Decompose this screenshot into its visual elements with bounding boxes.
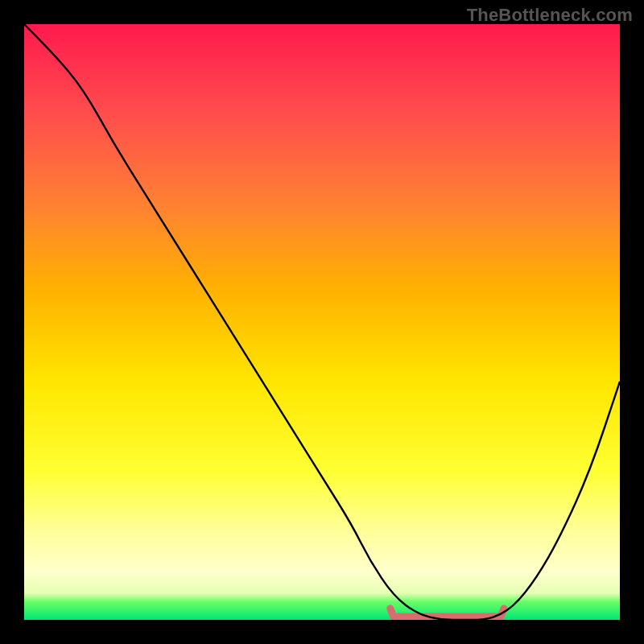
plot-area	[24, 24, 620, 620]
curve-svg	[24, 24, 620, 620]
watermark-text: TheBottleneck.com	[467, 5, 633, 26]
optimal-range-marker	[390, 609, 504, 617]
chart-canvas: TheBottleneck.com	[0, 0, 644, 644]
bottleneck-curve	[24, 24, 620, 620]
